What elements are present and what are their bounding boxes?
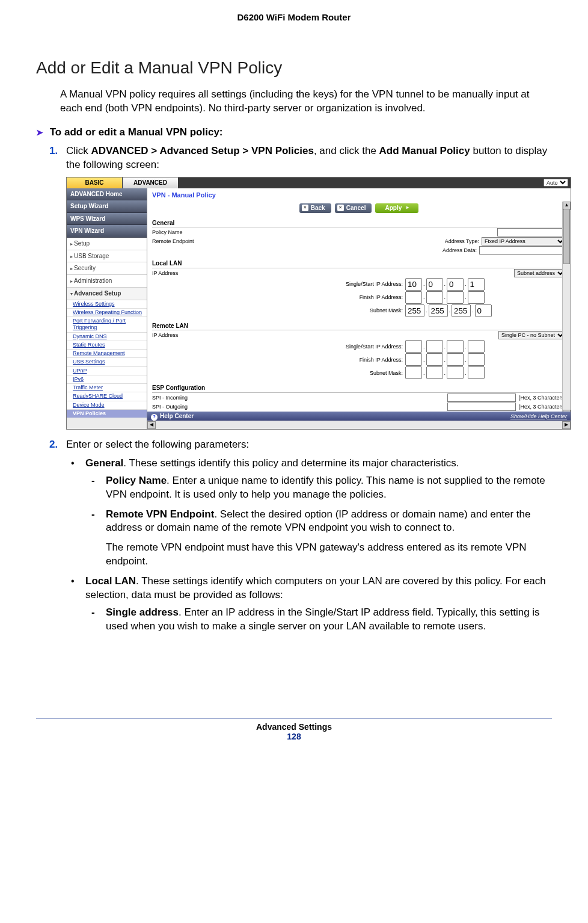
procedure-title-text: To add or edit a Manual VPN policy: xyxy=(50,126,223,138)
step-1-pre: Click xyxy=(66,145,91,156)
dash-remote-endpoint-head: Remote VPN Endpoint xyxy=(106,508,214,520)
input-local-mask-c[interactable] xyxy=(452,304,471,317)
section-esp: ESP Configuration xyxy=(152,384,566,393)
sidebar-sub-readyshare[interactable]: ReadySHARE Cloud xyxy=(67,392,147,401)
scroll-left-icon[interactable]: ◀ xyxy=(147,421,156,429)
label-remote-mask: Subnet Mask: xyxy=(313,369,405,377)
apply-button[interactable]: Apply▸ xyxy=(375,203,418,213)
sidebar-sub-remote-management[interactable]: Remote Management xyxy=(67,350,147,358)
sidebar-sub-wireless-settings[interactable]: Wireless Settings xyxy=(67,300,147,309)
input-local-mask-b[interactable] xyxy=(429,304,448,317)
step-1-mid: , and click the xyxy=(314,145,379,156)
scroll-right-icon[interactable]: ▶ xyxy=(562,421,571,429)
label-remote-ip: IP Address xyxy=(152,332,218,339)
dash-remote-endpoint-note: The remote VPN endpoint must have this V… xyxy=(106,541,552,569)
sidebar-item-security[interactable]: ▸Security xyxy=(67,262,147,275)
help-toggle-link[interactable]: Show/Hide Help Center xyxy=(510,413,567,420)
sidebar-item-setup[interactable]: ▸Setup xyxy=(67,238,147,250)
sidebar-sub-port-forwarding[interactable]: Port Forwarding / Port Triggering xyxy=(67,317,147,333)
input-remote-ssip-d[interactable] xyxy=(468,340,485,353)
input-remote-fip-c[interactable] xyxy=(447,353,464,366)
sidebar-sub-usb-settings[interactable]: USB Settings xyxy=(67,358,147,366)
hint-spi-out: (Hex, 3 Characters) xyxy=(518,403,566,410)
sidebar-item-advanced-setup[interactable]: ▾Advanced Setup xyxy=(67,288,147,300)
input-spi-in[interactable] xyxy=(447,394,516,402)
sidebar-wps-wizard[interactable]: WPS Wizard xyxy=(67,213,147,226)
label-spi-in: SPI - Incoming xyxy=(152,394,218,401)
dash-single-address: Single address. Enter an IP address in t… xyxy=(85,606,552,634)
input-remote-fip-b[interactable] xyxy=(426,353,443,366)
sidebar-advanced-home[interactable]: ADVANCED Home xyxy=(67,188,147,201)
select-remote-lan-type[interactable]: Single PC - no Subnet xyxy=(498,331,566,339)
chevron-right-icon: ▸ xyxy=(70,254,73,259)
bullet-general: General. These settings identify this po… xyxy=(66,457,552,569)
input-local-mask-d[interactable] xyxy=(475,304,492,317)
chevron-down-icon: ▾ xyxy=(70,291,73,297)
input-local-mask-a[interactable] xyxy=(405,304,424,317)
dash-remote-endpoint: Remote VPN Endpoint. Select the desired … xyxy=(85,508,552,569)
close-icon: × xyxy=(302,205,308,211)
step-1-number: 1. xyxy=(49,144,58,158)
sidebar-setup-wizard[interactable]: Setup Wizard xyxy=(67,200,147,213)
input-local-ssip-b[interactable] xyxy=(426,278,443,291)
doc-header-title: D6200 WiFi Modem Router xyxy=(36,12,552,22)
sidebar-sub-dynamic-dns[interactable]: Dynamic DNS xyxy=(67,333,147,341)
page-footer: Advanced Settings 128 xyxy=(36,718,552,741)
select-address-type[interactable]: Fixed IP Address xyxy=(482,237,566,245)
input-remote-mask-d[interactable] xyxy=(468,366,485,379)
sidebar-sub-upnp[interactable]: UPnP xyxy=(67,367,147,375)
step-2-text: Enter or select the following parameters… xyxy=(66,439,249,450)
cancel-button[interactable]: ×Cancel xyxy=(335,203,372,213)
input-policy-name[interactable] xyxy=(497,228,566,236)
top-select[interactable]: Auto xyxy=(544,179,568,187)
input-remote-ssip-a[interactable] xyxy=(405,340,422,353)
input-remote-mask-b[interactable] xyxy=(426,366,443,379)
scroll-thumb[interactable] xyxy=(563,209,570,264)
step-1-path: ADVANCED > Advanced Setup > VPN Policies xyxy=(91,145,314,156)
sidebar-sub-device-mode[interactable]: Device Mode xyxy=(67,401,147,410)
sidebar-item-usb-storage[interactable]: ▸USB Storage xyxy=(67,250,147,263)
help-center-bar[interactable]: ?Help Center Show/Hide Help Center xyxy=(147,412,571,421)
input-local-fip-a[interactable] xyxy=(405,291,422,304)
label-local-fip: Finish IP Address: xyxy=(313,294,405,301)
sidebar-item-administration[interactable]: ▸Administration xyxy=(67,275,147,288)
label-remote-ssip: Single/Start IP Address: xyxy=(313,343,405,350)
sidebar-sub-vpn-policies[interactable]: VPN Policies xyxy=(67,410,147,418)
back-button[interactable]: ×Back xyxy=(299,203,331,213)
sidebar-sub-static-routes[interactable]: Static Routes xyxy=(67,341,147,350)
tab-basic[interactable]: BASIC xyxy=(67,177,123,188)
bullet-local-lan: Local LAN. These settings identify which… xyxy=(66,575,552,634)
scrollbar-horizontal[interactable]: ◀ ▶ xyxy=(147,421,571,429)
label-local-ip: IP Address xyxy=(152,270,218,277)
input-local-fip-c[interactable] xyxy=(447,291,464,304)
input-address-data[interactable] xyxy=(479,246,566,255)
input-remote-ssip-c[interactable] xyxy=(447,340,464,353)
input-remote-ssip-b[interactable] xyxy=(426,340,443,353)
sidebar-vpn-wizard[interactable]: VPN Wizard xyxy=(67,225,147,238)
select-local-lan-type[interactable]: Subnet address xyxy=(514,269,566,277)
form-area: General Policy Name Remote EndpointAddre… xyxy=(147,217,571,421)
section-local-lan: Local LAN xyxy=(152,259,566,268)
input-remote-mask-a[interactable] xyxy=(405,366,422,379)
section-general: General xyxy=(152,219,566,228)
top-tab-bar: BASIC ADVANCED Auto xyxy=(67,177,571,188)
input-remote-mask-c[interactable] xyxy=(447,366,464,379)
input-remote-fip-d[interactable] xyxy=(468,353,485,366)
chevron-right-icon: ▸ xyxy=(406,205,409,211)
scrollbar-vertical[interactable]: ▲ ▼ xyxy=(562,202,571,418)
input-local-ssip-d[interactable] xyxy=(468,278,485,291)
bullet-general-tail: . These settings identify this policy an… xyxy=(123,457,459,469)
input-local-fip-b[interactable] xyxy=(426,291,443,304)
input-local-ssip-a[interactable] xyxy=(405,278,422,291)
input-local-ssip-c[interactable] xyxy=(447,278,464,291)
input-remote-fip-a[interactable] xyxy=(405,353,422,366)
tab-advanced[interactable]: ADVANCED xyxy=(123,177,179,188)
intro-paragraph: A Manual VPN policy requires all setting… xyxy=(60,88,552,116)
label-remote-endpoint: Remote Endpoint xyxy=(152,238,218,245)
sidebar-sub-wireless-repeating[interactable]: Wireless Repeating Function xyxy=(67,309,147,317)
chevron-right-icon: ▸ xyxy=(70,266,73,271)
sidebar-sub-ipv6[interactable]: IPv6 xyxy=(67,375,147,384)
input-local-fip-d[interactable] xyxy=(468,291,485,304)
sidebar-sub-traffic-meter[interactable]: Traffic Meter xyxy=(67,384,147,392)
input-spi-out[interactable] xyxy=(447,403,516,411)
